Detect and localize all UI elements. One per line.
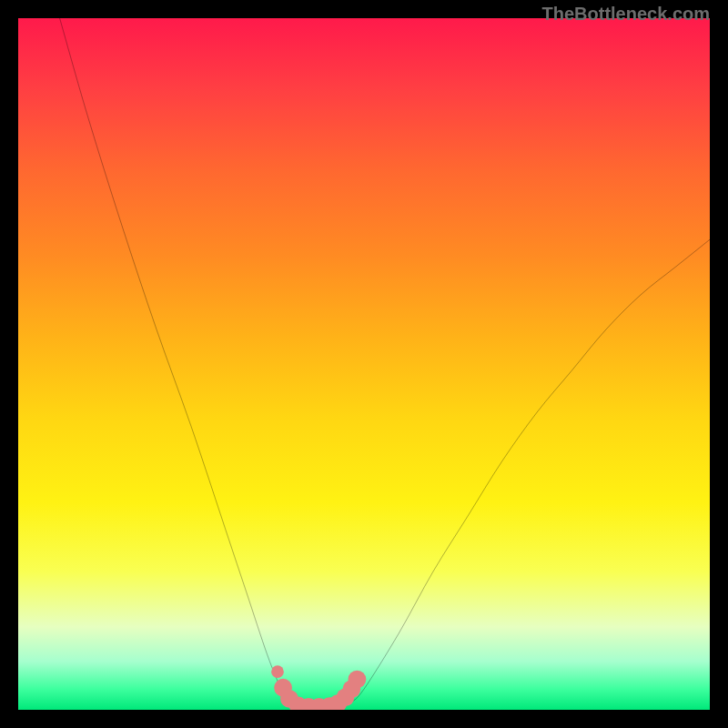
- curve-marker: [349, 671, 367, 689]
- chart-frame: TheBottleneck.com: [0, 0, 728, 728]
- plot-area: [18, 18, 710, 710]
- frame-border-right: [710, 0, 728, 728]
- bottleneck-curve: [18, 18, 710, 710]
- watermark: TheBottleneck.com: [542, 4, 710, 25]
- curve-marker: [271, 665, 284, 678]
- frame-border-left: [0, 0, 18, 728]
- frame-border-bottom: [0, 710, 728, 728]
